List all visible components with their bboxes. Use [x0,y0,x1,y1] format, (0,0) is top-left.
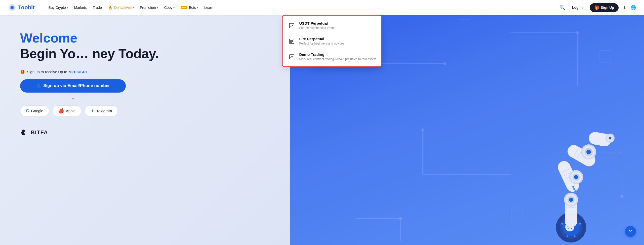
nav-item-copy[interactable]: Copy ▾ [162,4,177,11]
svg-point-27 [399,217,402,220]
left-section: Welcome Begin Yo… ney Today. 🎁 Sign up t… [0,15,290,245]
derivatives-dropdown: USDT Perpetual For the experienced trade… [282,15,382,67]
dropdown-item-usdt-perpetual[interactable]: USDT Perpetual For the experienced trade… [283,18,381,33]
telegram-login-button[interactable]: ✈ Telegram [85,105,118,116]
svg-point-75 [609,137,611,139]
svg-point-39 [567,235,568,237]
hero-title-black: Begin Yo… ney Today. [20,46,275,61]
svg-point-46 [569,198,573,202]
svg-point-61 [574,175,578,179]
svg-point-17 [576,31,579,34]
logo[interactable]: Toobit [8,4,35,12]
search-icon[interactable]: 🔍 [559,5,565,10]
svg-point-37 [561,223,563,225]
svg-point-40 [574,235,576,237]
svg-rect-3 [290,23,294,28]
download-icon[interactable]: ⬇ [623,5,626,10]
chevron-down-icon: ▾ [197,6,198,9]
svg-rect-4 [290,39,294,44]
apple-login-button[interactable]: 🍎 Apple [53,105,81,116]
globe-icon[interactable]: 🌐 [630,5,636,10]
gift-icon: 🎁 [594,5,599,10]
signup-email-button[interactable]: 👤 Sign up via Email/Phone number [20,79,126,93]
svg-rect-28 [458,15,471,19]
dropdown-item-lite-perpetual[interactable]: Lite Perpetual Perfect for beginners and… [283,33,381,49]
svg-point-9 [291,58,291,58]
svg-point-38 [579,223,581,225]
dropdown-item-demo-trading[interactable]: Demo Trading Mock real contract trading … [283,49,381,64]
chevron-down-icon: ▾ [157,6,158,9]
or-divider: or [20,97,126,101]
promo-amount: 9210USDT [69,70,88,74]
chevron-down-icon: ▾ [67,6,68,9]
partner-logo: BITFA [20,129,275,137]
support-button[interactable]: ? [625,226,636,237]
logo-text: Toobit [18,4,35,11]
svg-point-2 [11,7,13,9]
chevron-down-icon: ▾ [133,6,134,9]
svg-rect-30 [600,50,612,63]
robot-illustration [498,119,644,245]
nav-item-buy-crypto[interactable]: Buy Crypto ▾ [46,4,71,11]
svg-point-14 [444,62,446,65]
hero-title-blue: Welcome [20,30,275,46]
svg-point-69 [586,150,591,154]
bitfa-icon [20,129,28,137]
lite-perpetual-icon [288,37,296,45]
nav-item-promotion[interactable]: Promotion ▾ [137,4,161,11]
svg-point-21 [421,129,424,132]
partner-name: BITFA [31,129,48,136]
navbar-nav: Buy Crypto ▾ Markets Trade 🔥 Derivatives… [46,4,560,11]
google-icon: G [26,109,29,113]
navbar-divider [41,4,41,11]
navbar: Toobit Buy Crypto ▾ Markets Trade 🔥 Deri… [0,0,644,15]
google-login-button[interactable]: G Google [20,105,49,116]
apple-icon: 🍎 [58,108,64,114]
social-buttons: G Google 🍎 Apple ✈ Telegram [20,105,275,116]
signup-button[interactable]: 🎁 Sign Up [590,3,619,12]
signup-promo: 🎁 Sign up to receive Up to 9210USDT [20,70,275,74]
nav-item-derivatives[interactable]: 🔥 Derivatives ▾ [105,4,136,11]
demo-trading-icon [288,53,296,61]
nav-item-learn[interactable]: Learn [202,4,216,11]
nav-item-trade[interactable]: Trade [90,4,104,11]
usdt-perpetual-icon [288,22,296,30]
chevron-down-icon: ▾ [173,6,175,9]
telegram-icon: ✈ [91,108,94,114]
nav-item-bots[interactable]: New Bots ▾ [178,4,201,11]
nav-item-markets[interactable]: Markets [72,4,89,11]
login-button[interactable]: Log In [569,4,586,11]
toobit-logo-icon [8,4,16,12]
navbar-actions: 🔍 Log In 🎁 Sign Up ⬇ 🌐 [559,3,636,12]
